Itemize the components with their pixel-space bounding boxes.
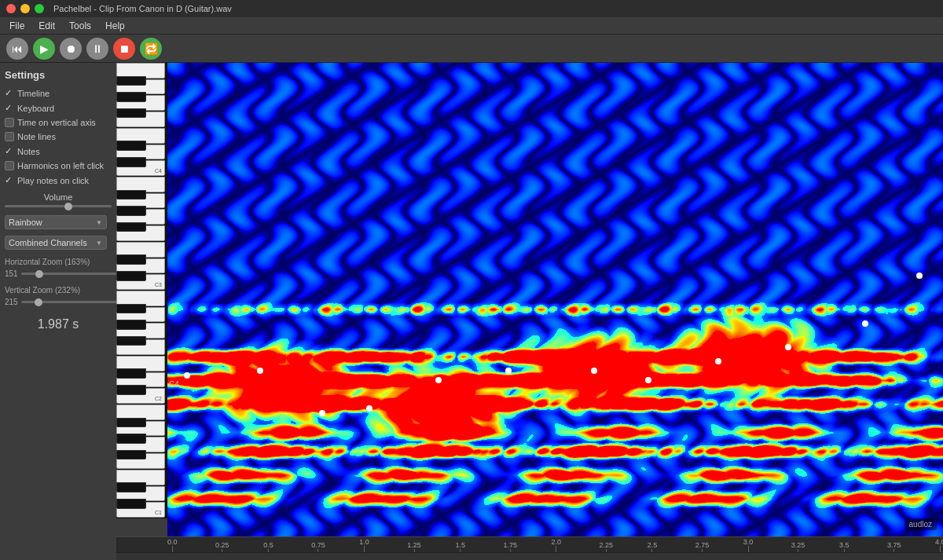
note-dot [366, 405, 372, 412]
v-zoom-slider[interactable] [21, 301, 116, 303]
setting-play-notes[interactable]: ✓ Play notes on click [5, 174, 112, 186]
stop-button[interactable]: ⏹ [113, 38, 135, 60]
piano-black-key[interactable] [116, 336, 146, 346]
menu-edit[interactable]: Edit [32, 19, 61, 33]
harmonics-checkbox[interactable] [5, 161, 14, 170]
volume-label: Volume [5, 192, 112, 202]
piano-black-key[interactable] [116, 320, 146, 329]
keyboard-label: Keyboard [17, 104, 54, 113]
ruler-tick-label: 0.5 [263, 541, 273, 549]
piano-black-key[interactable] [116, 206, 146, 215]
setting-harmonics[interactable]: Harmonics on left click [5, 160, 112, 171]
h-zoom-label: Horizontal Zoom (163%) [5, 258, 112, 266]
piano-black-key[interactable] [116, 450, 146, 459]
ruler-tick-line [606, 549, 607, 552]
piano-black-key[interactable] [116, 304, 146, 313]
ruler-tick: 0.25 [215, 541, 229, 552]
setting-keyboard[interactable]: ✓ Keyboard [5, 102, 112, 114]
ruler-tick-line [651, 549, 652, 552]
piano-black-key[interactable] [116, 222, 146, 232]
piano-black-key[interactable] [116, 368, 146, 378]
ruler-tick-label: 1.75 [503, 541, 517, 549]
setting-notes[interactable]: ✓ Notes [5, 145, 112, 157]
time-vertical-label: Time on vertical axis [17, 118, 96, 127]
volume-slider-row [5, 205, 112, 207]
back-button[interactable]: ⏮ [6, 38, 28, 60]
loop-button[interactable]: 🔁 [140, 38, 162, 60]
play-notes-label: Play notes on click [17, 176, 89, 185]
ruler-tick-label: 1.0 [359, 538, 369, 546]
piano-black-key[interactable] [116, 141, 146, 150]
spectrogram[interactable]: C4 audloz [167, 63, 943, 536]
play-button[interactable]: ▶ [33, 38, 55, 60]
ruler-tick-line [844, 549, 845, 552]
channel-mode-select[interactable]: Combined Channels Left Channel Right Cha… [5, 236, 107, 250]
note-lines-checkbox[interactable] [5, 132, 14, 141]
ruler-tick: 3.5 [839, 541, 849, 552]
setting-note-lines[interactable]: Note lines [5, 131, 112, 142]
piano-note-label: C3 [155, 282, 162, 287]
piano-black-key[interactable] [116, 434, 146, 443]
ruler-tick: 3.25 [791, 541, 805, 552]
ruler-tick: 1.75 [503, 541, 517, 552]
watermark: audloz [904, 518, 937, 530]
pause-button[interactable]: ⏸ [86, 38, 108, 60]
piano-black-key[interactable] [116, 108, 146, 118]
settings-title: Settings [5, 69, 112, 81]
timeline-ruler: 0.00.250.50.751.01.251.51.752.02.252.52.… [116, 536, 943, 552]
ruler-tick-label: 1.5 [455, 541, 465, 549]
main-area: Settings ✓ Timeline ✓ Keyboard Time on v… [0, 63, 943, 560]
piano-black-key[interactable] [116, 482, 146, 492]
ruler-tick: 4.0 [935, 538, 943, 552]
channel-mode-row: Combined Channels Left Channel Right Cha… [5, 236, 112, 250]
ruler-tick: 2.25 [600, 541, 614, 552]
minimize-button[interactable] [20, 4, 30, 13]
piano-black-key[interactable] [116, 254, 146, 264]
ruler-tick: 0.0 [167, 538, 178, 552]
piano-black-key[interactable] [116, 92, 146, 101]
piano-black-key[interactable] [116, 271, 146, 280]
record-button[interactable]: ⏺ [60, 38, 82, 60]
note-lines-label: Note lines [17, 132, 56, 141]
color-mode-select[interactable]: Rainbow Grayscale Hot Cool [5, 215, 107, 229]
toolbar: ⏮ ▶ ⏺ ⏸ ⏹ 🔁 [0, 35, 943, 63]
note-dot [591, 368, 597, 374]
setting-time-vertical[interactable]: Time on vertical axis [5, 117, 112, 128]
piano-keyboard[interactable]: C4C3C2C1 [116, 63, 167, 518]
h-zoom-slider[interactable] [21, 273, 116, 275]
piano-black-key[interactable] [116, 418, 146, 427]
setting-timeline[interactable]: ✓ Timeline [5, 87, 112, 99]
piano-black-key[interactable] [116, 190, 146, 199]
menu-help[interactable]: Help [99, 19, 131, 33]
ruler-tick-label: 0.25 [215, 541, 229, 549]
maximize-button[interactable] [35, 4, 44, 13]
ruler-tick-line [364, 546, 365, 552]
ruler-tick-line [510, 549, 511, 552]
note-dot [785, 344, 791, 350]
ruler-tick: 3.0 [743, 538, 754, 552]
close-button[interactable] [6, 4, 16, 13]
volume-slider[interactable] [5, 205, 112, 207]
ruler-tick-label: 3.75 [887, 541, 901, 549]
ruler-tick: 2.0 [552, 538, 562, 552]
piano-black-key[interactable] [116, 499, 146, 508]
note-dot [645, 377, 651, 383]
menubar: File Edit Tools Help [0, 17, 943, 35]
h-scrollbar[interactable] [116, 552, 943, 560]
ruler-tick-label: 2.0 [552, 538, 562, 546]
menu-tools[interactable]: Tools [63, 19, 97, 33]
ruler-tick-label: 2.75 [695, 541, 710, 549]
v-zoom-min: 215 [5, 298, 18, 306]
piano-black-key[interactable] [116, 385, 146, 394]
ruler-tick-label: 2.5 [648, 541, 658, 549]
h-zoom-min: 151 [5, 269, 18, 278]
piano-black-key[interactable] [116, 76, 146, 86]
piano-black-key[interactable] [116, 157, 146, 167]
ruler-tick-line [556, 546, 556, 552]
time-vertical-checkbox[interactable] [5, 118, 14, 127]
notes-check: ✓ [5, 146, 14, 156]
note-dot [916, 273, 923, 279]
menu-file[interactable]: File [3, 19, 31, 33]
ruler-tick-line [893, 549, 894, 552]
ruler-tick-line [702, 549, 703, 552]
